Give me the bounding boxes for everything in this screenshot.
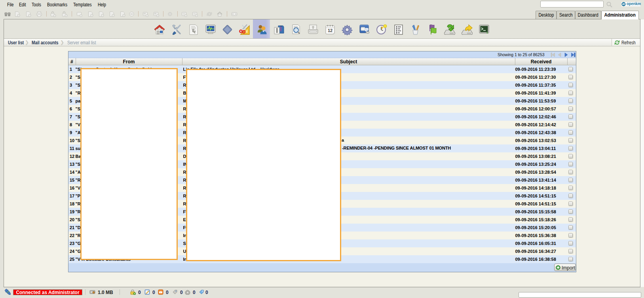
svg-text:12: 12 (328, 28, 332, 33)
